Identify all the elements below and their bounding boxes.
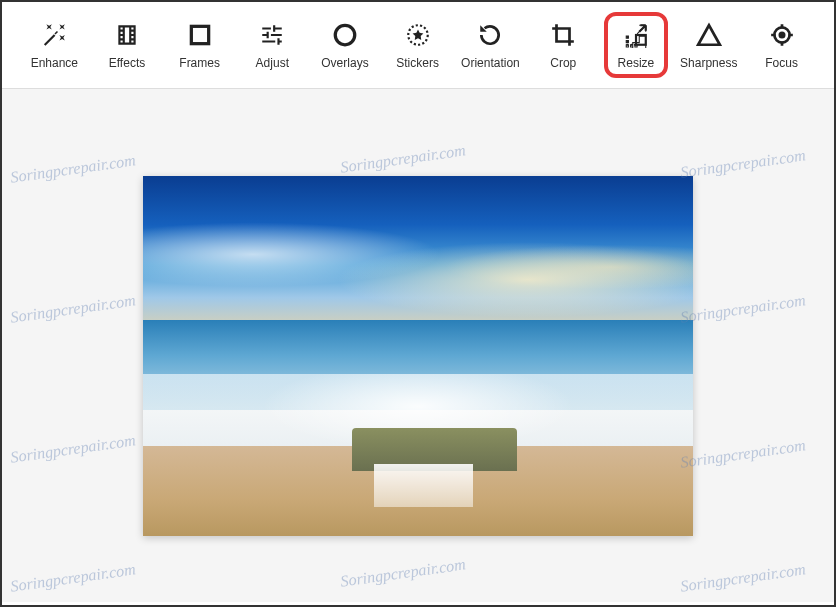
stickers-label: Stickers — [396, 56, 439, 70]
svg-point-4 — [626, 36, 628, 38]
focus-label: Focus — [765, 56, 798, 70]
frames-label: Frames — [179, 56, 220, 70]
magic-wand-icon — [39, 20, 69, 50]
svg-point-6 — [626, 44, 628, 46]
adjust-tool[interactable]: Adjust — [240, 14, 305, 76]
canvas-area — [2, 89, 834, 602]
crop-label: Crop — [550, 56, 576, 70]
square-icon — [185, 20, 215, 50]
sliders-icon — [257, 20, 287, 50]
resize-icon — [621, 20, 651, 50]
image-preview[interactable] — [143, 176, 693, 536]
focus-tool[interactable]: Focus — [749, 14, 814, 76]
overlays-tool[interactable]: Overlays — [313, 14, 378, 76]
orientation-tool[interactable]: Orientation — [458, 14, 523, 76]
effects-label: Effects — [109, 56, 145, 70]
svg-point-7 — [631, 44, 633, 46]
resize-label: Resize — [618, 56, 655, 70]
film-strip-icon — [112, 20, 142, 50]
enhance-tool[interactable]: Enhance — [22, 14, 87, 76]
stickers-tool[interactable]: Stickers — [385, 14, 450, 76]
adjust-label: Adjust — [256, 56, 289, 70]
circle-icon — [330, 20, 360, 50]
target-icon — [767, 20, 797, 50]
crop-tool[interactable]: Crop — [531, 14, 596, 76]
overlays-label: Overlays — [321, 56, 368, 70]
sharpness-label: Sharpness — [680, 56, 737, 70]
image-waterfall-region — [374, 464, 473, 507]
svg-rect-0 — [191, 26, 208, 43]
star-badge-icon — [403, 20, 433, 50]
sharpness-tool[interactable]: Sharpness — [676, 14, 741, 76]
frames-tool[interactable]: Frames — [167, 14, 232, 76]
svg-point-5 — [626, 40, 628, 42]
rotate-icon — [475, 20, 505, 50]
orientation-label: Orientation — [461, 56, 520, 70]
effects-tool[interactable]: Effects — [95, 14, 160, 76]
enhance-label: Enhance — [31, 56, 78, 70]
triangle-icon — [694, 20, 724, 50]
crop-icon — [548, 20, 578, 50]
svg-point-8 — [634, 44, 636, 46]
resize-tool[interactable]: Resize — [604, 12, 669, 78]
svg-point-1 — [335, 25, 355, 45]
editor-toolbar: Enhance Effects Frames Adjust Overlays S… — [2, 2, 834, 89]
image-clouds-region — [143, 204, 693, 330]
svg-point-10 — [779, 33, 783, 37]
